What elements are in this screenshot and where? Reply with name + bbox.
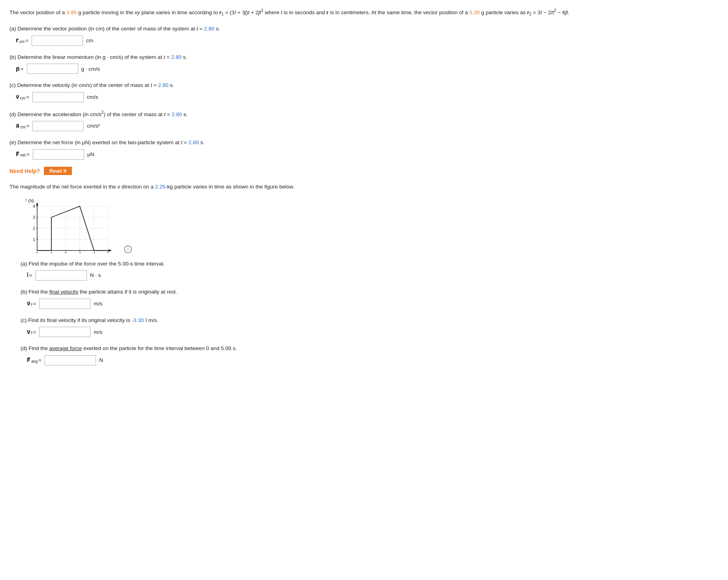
- section-part-2b: (b) Find the final velocity the particle…: [21, 288, 719, 309]
- part-c-question: (c) Determine the velocity (in cm/s) of …: [9, 81, 719, 90]
- part-a-unit: cm: [86, 36, 93, 45]
- section-part-b: (b) Determine the linear momentum (in g …: [9, 53, 719, 74]
- svg-text:2: 2: [33, 226, 35, 231]
- info-icon[interactable]: i: [124, 245, 132, 253]
- part-2d-unit: N: [99, 356, 103, 365]
- part-2a-answer-row: Ī = N · s: [27, 270, 719, 281]
- part-2d-input[interactable]: [45, 355, 96, 365]
- part-2a-question: (a) Find the impulse of the force over t…: [21, 260, 719, 268]
- part-e-unit: μN: [87, 150, 94, 159]
- part-2c-input[interactable]: [39, 327, 90, 337]
- part-2d-question: (d) Find the average force exerted on th…: [21, 344, 719, 353]
- part-2a-unit: N · s: [90, 271, 101, 280]
- part-b-input[interactable]: [27, 64, 78, 74]
- section-part-a: (a) Determine the vector position (in cm…: [9, 24, 719, 46]
- svg-text:3: 3: [79, 251, 81, 253]
- t-value-c: 2.80: [158, 82, 168, 88]
- t-value-e: 2.80: [188, 139, 199, 145]
- part-c-var-label: v⃗cm =: [16, 93, 29, 102]
- part-2c-var-label: v⃗f =: [27, 328, 36, 337]
- part-d-input[interactable]: [32, 121, 84, 131]
- part-b-unit: g · cm/s: [81, 65, 100, 73]
- part-e-var-label: F⃗net =: [16, 150, 30, 159]
- section-part-2a: (a) Find the impulse of the force over t…: [21, 260, 719, 281]
- part-b-var-label: p⃗ =: [16, 65, 24, 73]
- intro-paragraph: The vector position of a 3.85 g particle…: [9, 7, 719, 17]
- part-e-answer-row: F⃗net = μN: [16, 149, 719, 160]
- part-e-question: (e) Determine the net force (in μN) exer…: [9, 138, 719, 147]
- part-a-question: (a) Determine the vector position (in cm…: [9, 24, 719, 33]
- part-2c-answer-row: v⃗f = m/s: [27, 327, 719, 337]
- force-time-graph: 1 2 3 4 0 1 2 3 4 5 t (s) F (N): [25, 196, 116, 253]
- second-problem-intro: The magnitude of the net force exerted i…: [9, 183, 719, 191]
- part-e-input[interactable]: [33, 149, 84, 160]
- svg-text:1: 1: [50, 251, 53, 253]
- second-mass: 2.25: [155, 184, 165, 190]
- svg-text:4: 4: [93, 251, 95, 253]
- part-2b-input[interactable]: [39, 299, 90, 309]
- part-d-var-label: a⃗cm =: [16, 122, 29, 130]
- section-part-d: (d) Determine the acceleration (in cm/s2…: [9, 109, 719, 131]
- svg-marker-11: [36, 202, 38, 205]
- section-part-c: (c) Determine the velocity (in cm/s) of …: [9, 81, 719, 102]
- t-value-a: 2.80: [204, 26, 214, 32]
- part-a-answer-row: r⃗cm = cm: [16, 36, 719, 46]
- section-part-2d: (d) Find the average force exerted on th…: [21, 344, 719, 365]
- part-b-question: (b) Determine the linear momentum (in g …: [9, 53, 719, 62]
- part-d-unit: cm/s²: [87, 122, 100, 130]
- section-part-e: (e) Determine the net force (in μN) exer…: [9, 138, 719, 160]
- part-2b-var-label: v⃗f =: [27, 299, 36, 308]
- svg-text:0: 0: [36, 251, 38, 253]
- part-2a-input[interactable]: [36, 270, 87, 281]
- section-part-2c: (c) Find its final velocity if its origi…: [21, 316, 719, 337]
- need-help-label: Need Help?: [9, 167, 40, 175]
- part-c-answer-row: v⃗cm = cm/s: [16, 92, 719, 102]
- part-d-question: (d) Determine the acceleration (in cm/s2…: [9, 109, 719, 119]
- part-c-input[interactable]: [32, 92, 84, 102]
- part-2c-unit: m/s: [94, 328, 102, 337]
- need-help-section: Need Help? Read It: [9, 167, 719, 175]
- part-a-var-label: r⃗cm =: [16, 36, 28, 45]
- part-2b-answer-row: v⃗f = m/s: [27, 299, 719, 309]
- part-2d-var-label: F⃗avg =: [27, 356, 41, 365]
- read-it-button[interactable]: Read It: [44, 167, 72, 175]
- t-value-d: 2.80: [171, 111, 182, 117]
- part-d-answer-row: a⃗cm = cm/s²: [16, 121, 719, 131]
- part-2c-question: (c) Find its final velocity if its origi…: [21, 316, 719, 325]
- part-c-unit: cm/s: [87, 93, 98, 102]
- part-2d-answer-row: F⃗avg = N: [27, 355, 719, 365]
- svg-text:3: 3: [33, 215, 35, 220]
- graph-container: 1 2 3 4 0 1 2 3 4 5 t (s) F (N) i: [25, 196, 719, 253]
- original-velocity: -3.30: [132, 317, 144, 323]
- svg-text:2: 2: [64, 251, 67, 253]
- part-a-input[interactable]: [32, 36, 83, 46]
- part-2b-question: (b) Find the final velocity the particle…: [21, 288, 719, 296]
- part-b-answer-row: p⃗ = g · cm/s: [16, 64, 719, 74]
- part-2b-unit: m/s: [94, 299, 102, 308]
- svg-text:4: 4: [33, 204, 35, 209]
- svg-text:F (N): F (N): [25, 198, 34, 203]
- mass1-value: 3.85: [66, 9, 77, 15]
- t-value-b: 2.80: [171, 54, 181, 60]
- part-2a-var-label: Ī =: [27, 271, 32, 280]
- mass2-value: 5.30: [469, 9, 480, 15]
- svg-text:1: 1: [33, 237, 35, 242]
